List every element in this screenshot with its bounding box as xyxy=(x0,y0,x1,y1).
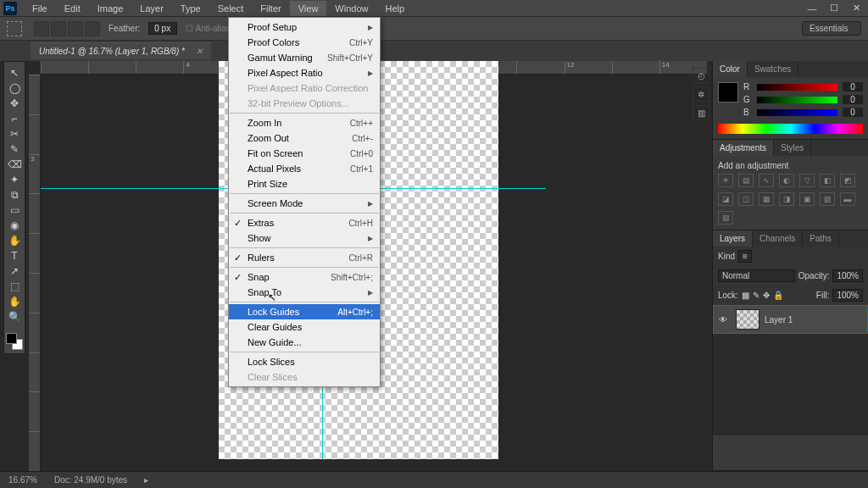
tool-11[interactable]: ✋ xyxy=(6,233,23,248)
color-swatch[interactable] xyxy=(6,333,23,350)
tool-12[interactable]: T xyxy=(6,248,23,263)
doc-info[interactable]: Doc: 24.9M/0 bytes xyxy=(54,475,127,485)
layer-name[interactable]: Layer 1 xyxy=(765,315,793,324)
menu-item-lock-slices[interactable]: Lock Slices xyxy=(229,354,380,369)
adj-hue-icon[interactable]: ◧ xyxy=(820,174,835,187)
histogram-icon[interactable]: ▥ xyxy=(693,105,709,120)
menu-layer[interactable]: Layer xyxy=(131,1,172,16)
tool-6[interactable]: ⌫ xyxy=(6,157,23,172)
menu-item-clear-guides[interactable]: Clear Guides xyxy=(229,319,380,335)
selection-add-icon[interactable] xyxy=(51,21,66,36)
tab-swatches[interactable]: Swatches xyxy=(748,61,798,77)
menu-help[interactable]: Help xyxy=(376,1,413,16)
fill-field[interactable]: 100% xyxy=(832,289,863,302)
menu-image[interactable]: Image xyxy=(89,1,132,16)
tool-10[interactable]: ◉ xyxy=(6,218,23,233)
tab-layers[interactable]: Layers xyxy=(713,230,753,247)
tool-8[interactable]: ⧉ xyxy=(6,187,23,202)
document-tab[interactable]: Untitled-1 @ 16.7% (Layer 1, RGB/8) * ✕ xyxy=(31,42,211,59)
maximize-button[interactable]: ☐ xyxy=(826,3,843,14)
visibility-icon[interactable]: 👁 xyxy=(719,315,731,324)
hue-strip[interactable] xyxy=(718,124,863,134)
menu-item-actual-pixels[interactable]: Actual PixelsCtrl+1 xyxy=(229,161,380,176)
layers-kind-select[interactable]: ≡ xyxy=(738,250,752,263)
tool-0[interactable]: ↖ xyxy=(6,65,23,80)
lock-pixels-icon[interactable]: ✎ xyxy=(753,291,760,300)
color-preview[interactable] xyxy=(718,82,738,103)
adj-vibrance-icon[interactable]: ▽ xyxy=(799,174,815,187)
adj-thresh-icon[interactable]: ▨ xyxy=(820,192,835,206)
menu-select[interactable]: Select xyxy=(209,1,253,16)
tool-4[interactable]: ✂ xyxy=(6,126,23,141)
zoom-level[interactable]: 16.67% xyxy=(8,475,37,485)
menu-item-print-size[interactable]: Print Size xyxy=(229,176,380,191)
menu-item-extras[interactable]: ✓ExtrasCtrl+H xyxy=(229,215,380,230)
adj-brightness-icon[interactable]: ☀ xyxy=(718,174,733,187)
g-slider[interactable] xyxy=(757,97,837,103)
r-value[interactable]: 0 xyxy=(843,82,863,92)
tool-3[interactable]: ⌐ xyxy=(6,111,23,126)
menu-window[interactable]: Window xyxy=(326,1,376,16)
tool-14[interactable]: ⬚ xyxy=(6,279,23,294)
menu-view[interactable]: View xyxy=(290,1,327,16)
menu-item-snap[interactable]: ✓SnapShift+Ctrl+; xyxy=(229,269,380,285)
menu-item-new-guide[interactable]: New Guide... xyxy=(229,335,380,350)
menu-file[interactable]: File xyxy=(24,1,56,16)
tab-paths[interactable]: Paths xyxy=(803,230,839,247)
adj-colorbal-icon[interactable]: ◩ xyxy=(840,174,855,187)
adj-gradmap-icon[interactable]: ▬ xyxy=(840,192,855,206)
document-tab-close-icon[interactable]: ✕ xyxy=(196,47,203,56)
layers-empty-area[interactable] xyxy=(713,334,868,435)
g-value[interactable]: 0 xyxy=(843,95,863,104)
tool-13[interactable]: ↗ xyxy=(6,263,23,279)
menu-item-gamut-warning[interactable]: Gamut WarningShift+Ctrl+Y xyxy=(229,50,380,65)
selection-intersect-icon[interactable] xyxy=(85,21,100,36)
menu-item-zoom-in[interactable]: Zoom InCtrl++ xyxy=(229,115,380,130)
adj-photo-icon[interactable]: ◫ xyxy=(738,192,754,206)
navigator-icon[interactable]: ✲ xyxy=(693,86,709,102)
adj-poster-icon[interactable]: ▣ xyxy=(799,192,815,206)
tool-2[interactable]: ✥ xyxy=(6,96,23,111)
tool-1[interactable]: ◯ xyxy=(6,80,23,96)
menu-item-proof-setup[interactable]: Proof Setup▶ xyxy=(229,19,380,35)
history-icon[interactable]: ◴ xyxy=(693,68,709,83)
adj-levels-icon[interactable]: ▤ xyxy=(738,174,754,187)
selection-new-icon[interactable] xyxy=(34,21,49,36)
tool-15[interactable]: ✋ xyxy=(6,294,23,309)
menu-item-lock-guides[interactable]: Lock GuidesAlt+Ctrl+; xyxy=(229,304,380,319)
lock-all-icon[interactable]: 🔒 xyxy=(773,291,783,300)
feather-field[interactable]: 0 px xyxy=(148,22,177,35)
menu-item-screen-mode[interactable]: Screen Mode▶ xyxy=(229,196,380,211)
adj-bw-icon[interactable]: ◪ xyxy=(718,192,733,206)
minimize-button[interactable]: — xyxy=(804,3,821,14)
adj-exposure-icon[interactable]: ◐ xyxy=(779,174,794,187)
menu-edit[interactable]: Edit xyxy=(56,1,89,16)
menu-item-rulers[interactable]: ✓RulersCtrl+R xyxy=(229,250,380,265)
tool-16[interactable]: 🔍 xyxy=(6,309,23,324)
layer-row[interactable]: 👁 Layer 1 xyxy=(713,305,868,334)
blend-mode-select[interactable]: Normal xyxy=(718,269,795,282)
selection-subtract-icon[interactable] xyxy=(68,21,83,36)
menu-item-proof-colors[interactable]: Proof ColorsCtrl+Y xyxy=(229,35,380,50)
menu-item-pixel-aspect-ratio[interactable]: Pixel Aspect Ratio▶ xyxy=(229,65,380,80)
tool-7[interactable]: ✦ xyxy=(6,172,23,187)
adj-selcolor-icon[interactable]: ▧ xyxy=(718,211,733,225)
tab-channels[interactable]: Channels xyxy=(753,230,803,247)
adj-mixer-icon[interactable]: ▦ xyxy=(759,192,774,206)
adj-invert-icon[interactable]: ◨ xyxy=(779,192,794,206)
opacity-field[interactable]: 100% xyxy=(832,269,863,282)
menu-item-fit-on-screen[interactable]: Fit on ScreenCtrl+0 xyxy=(229,146,380,161)
close-button[interactable]: ✕ xyxy=(848,3,865,14)
tab-color[interactable]: Color xyxy=(713,61,748,77)
menu-item-zoom-out[interactable]: Zoom OutCtrl+- xyxy=(229,130,380,146)
lock-position-icon[interactable]: ✥ xyxy=(763,291,770,300)
tab-styles[interactable]: Styles xyxy=(774,140,811,156)
tool-9[interactable]: ▭ xyxy=(6,202,23,218)
b-value[interactable]: 0 xyxy=(843,108,863,117)
doc-info-arrow-icon[interactable]: ▸ xyxy=(144,475,148,485)
menu-filter[interactable]: Filter xyxy=(252,1,289,16)
menu-item-show[interactable]: Show▶ xyxy=(229,230,380,246)
tab-adjustments[interactable]: Adjustments xyxy=(713,140,774,156)
lock-transparency-icon[interactable]: ▦ xyxy=(742,291,749,300)
ruler-vertical[interactable]: 3 xyxy=(29,75,41,471)
